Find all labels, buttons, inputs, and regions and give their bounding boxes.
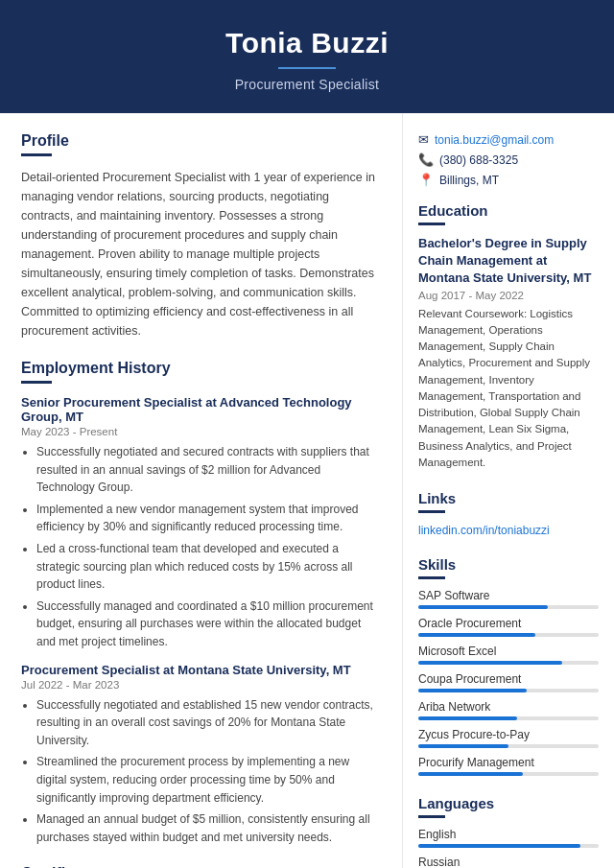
contact-section: ✉ tonia.buzzi@gmail.com 📞 (380) 688-3325… (418, 132, 599, 187)
skill-bar-bg-3 (418, 661, 599, 665)
profile-section-title: Profile (21, 132, 381, 150)
skill-name-2: Oracle Procurement (418, 617, 599, 630)
skill-name-1: SAP Software (418, 589, 599, 602)
lang-item-2: Russian (418, 856, 599, 868)
lang-name-2: Russian (418, 856, 599, 868)
education-divider (418, 223, 445, 225)
skill-name-5: Ariba Network (418, 700, 599, 714)
skill-bar-bg-7 (418, 772, 599, 776)
candidate-title: Procurement Specialist (19, 77, 595, 92)
contact-location: 📍 Billings, MT (418, 173, 599, 187)
candidate-name: Tonia Buzzi (19, 27, 595, 59)
header: Tonia Buzzi Procurement Specialist (0, 0, 614, 113)
job-item: Procurement Specialist at Montana State … (21, 663, 381, 847)
job-date-1: May 2023 - Present (21, 426, 381, 437)
skill-item-5: Ariba Network (418, 700, 599, 720)
lang-name-1: English (418, 828, 599, 841)
skill-bar-bg-4 (418, 689, 599, 692)
bullet-item: Successfully negotiated and established … (36, 696, 381, 750)
skill-name-6: Zycus Procure-to-Pay (418, 728, 599, 741)
bullet-item: Implemented a new vendor management syst… (36, 501, 381, 536)
skill-bar-fill-1 (418, 605, 548, 609)
skill-item-3: Microsoft Excel (418, 645, 599, 665)
skills-section: Skills SAP Software Oracle Procurement M… (418, 556, 599, 776)
job-item: Senior Procurement Specialist at Advance… (21, 395, 381, 651)
skill-item-7: Procurify Management (418, 756, 599, 776)
skill-bar-fill-5 (418, 716, 517, 720)
lang-bar-bg-1 (418, 844, 599, 848)
skill-bar-bg-5 (418, 716, 599, 720)
links-section-title: Links (418, 490, 599, 506)
links-divider (418, 510, 445, 513)
job-title-2: Procurement Specialist at Montana State … (21, 663, 381, 677)
skill-item-2: Oracle Procurement (418, 617, 599, 637)
languages-divider (418, 815, 445, 818)
employment-section: Employment History Senior Procurement Sp… (21, 360, 381, 846)
profile-section: Profile Detail-oriented Procurement Spec… (21, 132, 381, 340)
contact-email: ✉ tonia.buzzi@gmail.com (418, 132, 599, 147)
skill-bar-bg-1 (418, 605, 599, 609)
job-title-1: Senior Procurement Specialist at Advance… (21, 395, 381, 424)
skill-item-6: Zycus Procure-to-Pay (418, 728, 599, 748)
bullet-item: Successfully managed and coordinated a $… (36, 598, 381, 651)
skill-bar-bg-2 (418, 633, 599, 637)
bullet-item: Led a cross-functional team that develop… (36, 540, 381, 594)
linkedin-link[interactable]: linkedin.com/in/toniabuzzi (418, 524, 550, 537)
job-date-2: Jul 2022 - Mar 2023 (21, 679, 381, 691)
edu-coursework: Relevant Coursework: Logistics Managemen… (418, 306, 599, 472)
skill-bar-fill-3 (418, 661, 562, 665)
skill-bar-fill-4 (418, 689, 527, 692)
profile-divider (21, 153, 52, 156)
link-item-1: linkedin.com/in/toniabuzzi (418, 523, 599, 537)
phone-text: (380) 688-3325 (439, 153, 518, 167)
location-text: Billings, MT (439, 174, 499, 187)
skill-bar-fill-6 (418, 744, 508, 748)
lang-bar-fill-1 (418, 844, 580, 848)
languages-section: Languages English Russian (418, 795, 599, 868)
employment-divider (21, 381, 52, 384)
skill-bar-bg-6 (418, 744, 599, 748)
languages-section-title: Languages (418, 795, 599, 811)
skill-name-3: Microsoft Excel (418, 645, 599, 658)
contact-phone: 📞 (380) 688-3325 (418, 152, 599, 167)
skill-bar-fill-2 (418, 633, 535, 637)
skills-section-title: Skills (418, 556, 599, 573)
location-icon: 📍 (418, 173, 434, 187)
skill-name-4: Coupa Procurement (418, 672, 599, 686)
education-section-title: Education (418, 202, 599, 219)
email-icon: ✉ (418, 132, 429, 147)
bullet-item: Managed an annual budget of $5 million, … (36, 810, 381, 846)
skill-item-4: Coupa Procurement (418, 672, 599, 692)
lang-item-1: English (418, 828, 599, 848)
skill-item-1: SAP Software (418, 589, 599, 609)
skill-bar-fill-7 (418, 772, 523, 776)
education-section: Education Bachelor's Degree in Supply Ch… (418, 202, 599, 471)
body: Profile Detail-oriented Procurement Spec… (0, 113, 614, 868)
job-bullets-1: Successfully negotiated and secured cont… (21, 443, 381, 651)
links-section: Links linkedin.com/in/toniabuzzi (418, 490, 599, 537)
right-column: ✉ tonia.buzzi@gmail.com 📞 (380) 688-3325… (403, 113, 614, 868)
bullet-item: Successfully negotiated and secured cont… (36, 443, 381, 497)
email-link[interactable]: tonia.buzzi@gmail.com (435, 133, 554, 147)
job-bullets-2: Successfully negotiated and established … (21, 696, 381, 847)
resume-container: Tonia Buzzi Procurement Specialist Profi… (0, 0, 614, 868)
edu-date: Aug 2017 - May 2022 (418, 290, 599, 301)
phone-icon: 📞 (418, 152, 434, 167)
profile-text: Detail-oriented Procurement Specialist w… (21, 168, 381, 340)
left-column: Profile Detail-oriented Procurement Spec… (0, 113, 403, 868)
header-divider (278, 67, 336, 69)
skill-name-7: Procurify Management (418, 756, 599, 769)
skills-divider (418, 576, 445, 579)
bullet-item: Streamlined the procurement process by i… (36, 753, 381, 807)
employment-section-title: Employment History (21, 360, 381, 377)
edu-degree: Bachelor's Degree in Supply Chain Manage… (418, 235, 599, 288)
